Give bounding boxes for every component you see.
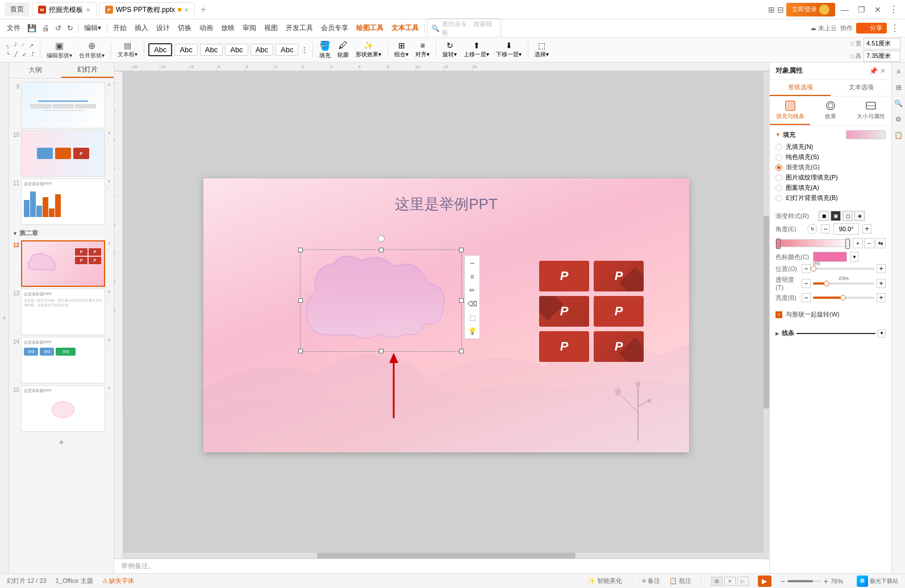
gradient-stop-track[interactable] [775,239,850,247]
rp-pin-icon[interactable]: 📌 [869,67,878,75]
menu-more[interactable]: ⋮ [888,23,902,34]
more-menu[interactable]: ⋮ [887,4,900,15]
shape-tool-8[interactable]: ⤴ [30,51,36,58]
rs-icon-3[interactable]: 🔍 [893,98,904,109]
shape-tool-7[interactable]: ↙ [20,51,28,58]
scrollbar-h[interactable] [123,553,769,558]
play-btn[interactable]: ▶ [758,576,771,587]
layer-down-btn[interactable]: ⬇ 下移一层▾ [494,41,524,59]
menu-draw[interactable]: 绘图工具 [353,22,387,35]
stop-reverse-btn[interactable]: ⇆ [875,238,886,248]
grad-dir-btn-4[interactable]: ◈ [854,211,865,221]
ppt-cell-6[interactable]: P [594,331,644,362]
menu-review[interactable]: 审阅 [239,22,260,35]
group-btn[interactable]: ⊞ 组合▾ [392,41,411,59]
cloud-container[interactable]: − ≡ ✏ ⌫ ⬚ 💡 [300,249,462,352]
width-input[interactable]: 4.51厘米 [864,38,900,49]
merge-shape-btn[interactable]: ⊕ 合并形状▾ [77,40,107,60]
grad-dir-btn-1[interactable]: ◼ [819,211,829,221]
rs-icon-2[interactable]: ⊞ [893,82,904,93]
smart-beauty-btn[interactable]: ✨ 智能美化 [587,577,622,585]
grad-dir-btn-3[interactable]: ◻ [843,211,853,221]
tab-ppt[interactable]: P WPS PPT教程.pptx ✕ [99,2,195,17]
tab-wps-close[interactable]: ✕ [86,7,90,13]
menu-icon-undo[interactable]: ↺ [53,23,64,34]
win-restore[interactable]: ❐ [854,5,869,14]
rp-tab-shape[interactable]: 形状选项 [770,80,831,96]
shape-tool-2[interactable]: ╯ [12,42,19,49]
menu-icon-save[interactable]: 💾 [25,23,39,34]
text-frame-btn[interactable]: ▤ 文本框▾ [115,41,140,59]
shape-tool-1[interactable]: ╮ [5,42,11,49]
slide-notes[interactable]: 举例备注。 [114,558,769,573]
menu-slideshow[interactable]: 放映 [218,22,238,35]
grad-dir-btn-2[interactable]: ▣ [831,211,841,221]
menu-view[interactable]: 视图 [261,22,281,35]
fill-option-solid[interactable]: 纯色填充(S) [775,153,886,161]
slide-item-12[interactable]: 12 P P P [11,240,111,287]
slide-item-11[interactable]: 11 这是某标题PPP ★ ♪ [11,178,111,225]
edit-shape-btn[interactable]: ▣ 编辑形状▾ [44,40,74,60]
rs-icon-4[interactable]: ⚙ [893,114,904,125]
text-style-abc5[interactable]: Abc [251,44,273,56]
transparency-plus[interactable]: + [877,279,886,288]
line-dropdown-btn[interactable]: ▼ [878,330,886,337]
stop-add-btn[interactable]: + [853,238,863,248]
select-btn[interactable]: ⬚ 选择▾ [532,41,551,59]
panel-tab-slides[interactable]: 幻灯片 [61,62,114,78]
menu-member[interactable]: 会员专享 [318,22,352,35]
angle-circle-btn[interactable]: ↻ [807,224,818,234]
zoom-out-btn[interactable]: − [781,577,785,586]
login-button[interactable]: 立即登录 [786,3,835,16]
float-select-btn[interactable]: ⬚ [466,311,478,324]
slide-item-14[interactable]: 14 这是某标题PPP 按钮 按钮 按钮 ★ ♪ [11,337,111,383]
view-outline[interactable]: ≡ [724,577,736,586]
rotate-with-shape-checkbox[interactable]: ✓ 与形状一起旋转(W) [775,310,886,319]
rp-subtab-size[interactable]: 大小与属性 [851,97,891,125]
add-slide-btn[interactable]: + [11,433,111,452]
rp-tab-text[interactable]: 文本选项 [831,80,891,96]
position-slider[interactable] [813,268,874,270]
shape-effects-btn[interactable]: ✨ 形状效果▾ [353,41,383,59]
zoom-slider[interactable] [787,580,821,582]
rs-icon-1[interactable]: ≡ [893,66,904,77]
tab-wps[interactable]: W 挖掘壳模板 ✕ [32,2,97,17]
fill-option-slide-bg[interactable]: 幻灯片背景填充(B) [775,194,886,202]
menu-edit[interactable]: 编辑▾ [81,22,105,35]
menu-dev[interactable]: 开发工具 [282,22,316,35]
text-style-abc4[interactable]: Abc [225,44,248,56]
tab-add-btn[interactable]: + [197,3,210,16]
slide-item-10[interactable]: 10 P ★ ♪ [11,130,111,177]
stop-marker-1[interactable] [776,239,781,249]
align-btn[interactable]: ≡ 对齐▾ [413,41,432,59]
brightness-minus[interactable]: − [802,293,811,302]
stop-remove-btn[interactable]: − [864,238,874,248]
menu-insert[interactable]: 插入 [131,22,152,35]
menu-start[interactable]: 开始 [110,22,130,35]
menu-file[interactable]: 文件 [3,22,24,35]
slide-item-15[interactable]: 15 这是某标题PPP ★ ♪ [11,385,111,432]
scrollbar-v[interactable] [764,72,769,553]
slide-item-9[interactable]: 9 ★ ♪ [11,82,111,128]
fill-option-none[interactable]: 无填充(N) [775,143,886,151]
fill-color-preview[interactable] [846,130,886,139]
rp-subtab-effects[interactable]: 效果 [810,97,850,125]
stop-marker-2[interactable] [845,239,850,249]
position-minus[interactable]: − [802,264,811,273]
brightness-plus[interactable]: + [877,293,886,302]
outline-btn[interactable]: 🖊 轮廓 [335,40,351,59]
shape-tool-6[interactable]: ╱ [12,51,19,58]
menu-icon-redo[interactable]: ↻ [65,23,76,34]
float-eraser-btn[interactable]: ⌫ [466,298,478,310]
rotate-btn[interactable]: ↻ 旋转▾ [440,41,459,59]
position-plus[interactable]: + [877,264,886,273]
win-minimize[interactable]: — [837,5,852,14]
brightness-slider[interactable] [813,297,874,299]
transparency-slider[interactable] [813,282,874,285]
angle-plus[interactable]: + [862,224,871,233]
text-style-abc6[interactable]: Abc [276,44,298,56]
shape-tool-3[interactable]: ◜ [20,42,26,49]
shape-tool-4[interactable]: ↗ [27,42,35,49]
menu-design[interactable]: 设计 [153,22,173,35]
ppt-cell-2[interactable]: P [594,261,644,291]
